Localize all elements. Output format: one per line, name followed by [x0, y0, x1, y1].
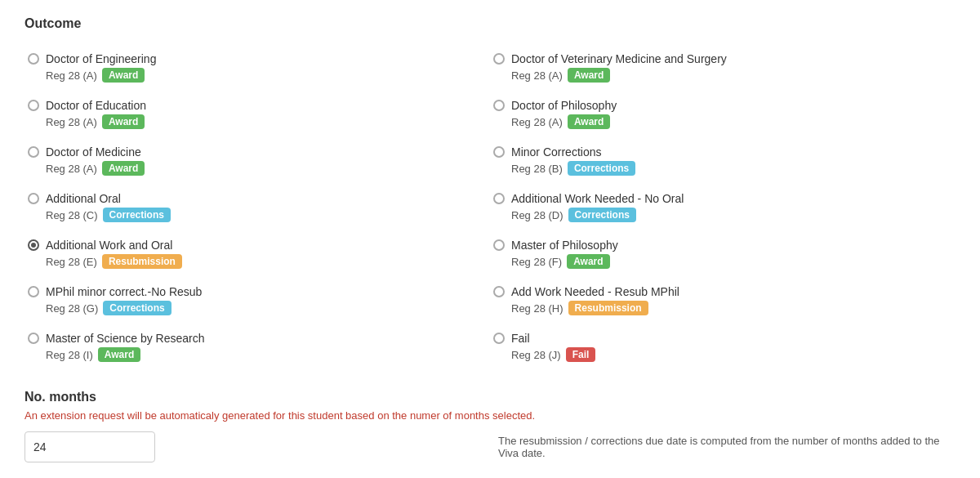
outcome-name-master-science: Master of Science by Research — [46, 332, 205, 345]
outcome-name-doctor-medicine: Doctor of Medicine — [46, 145, 141, 159]
outcome-name-add-work-resub-mphil: Add Work Needed - Resub MPhil — [511, 285, 679, 298]
reg-label-additional-oral: Reg 28 (C) — [46, 209, 98, 221]
radio-mphil-minor[interactable] — [28, 286, 39, 297]
reg-label-master-philosophy: Reg 28 (F) — [511, 256, 562, 268]
radio-additional-oral[interactable] — [28, 193, 39, 204]
badge-doctor-medicine: Award — [102, 161, 145, 176]
outcome-item-fail[interactable]: FailReg 28 (J)Fail — [490, 324, 956, 370]
outcome-name-doctor-veterinary: Doctor of Veterinary Medicine and Surger… — [511, 52, 727, 65]
badge-doctor-education: Award — [102, 114, 145, 129]
outcome-item-additional-oral[interactable]: Additional OralReg 28 (C)Corrections — [24, 184, 490, 230]
outcome-item-additional-work-no-oral[interactable]: Additional Work Needed - No OralReg 28 (… — [490, 184, 956, 230]
badge-doctor-philosophy: Award — [568, 114, 610, 129]
badge-master-philosophy: Award — [567, 254, 609, 269]
badge-fail: Fail — [566, 347, 596, 362]
reg-label-fail: Reg 28 (J) — [511, 349, 561, 361]
badge-add-work-resub-mphil: Resubmission — [568, 301, 648, 315]
radio-master-philosophy[interactable] — [493, 239, 505, 251]
reg-label-additional-work-no-oral: Reg 28 (D) — [511, 209, 564, 221]
reg-label-doctor-education: Reg 28 (A) — [46, 116, 97, 128]
reg-label-additional-work-oral: Reg 28 (E) — [46, 256, 97, 268]
radio-doctor-medicine[interactable] — [28, 146, 39, 158]
badge-doctor-engineering: Award — [102, 68, 145, 83]
outcome-item-master-science[interactable]: Master of Science by ResearchReg 28 (I)A… — [24, 324, 490, 370]
outcome-item-master-philosophy[interactable]: Master of PhilosophyReg 28 (F)Award — [490, 230, 956, 277]
outcome-name-doctor-philosophy: Doctor of Philosophy — [511, 99, 617, 112]
radio-additional-work-oral[interactable] — [28, 239, 39, 251]
outcome-name-doctor-engineering: Doctor of Engineering — [46, 52, 156, 65]
reg-label-doctor-engineering: Reg 28 (A) — [46, 69, 97, 82]
radio-master-science[interactable] — [28, 333, 39, 344]
reg-label-master-science: Reg 28 (I) — [46, 349, 93, 361]
outcome-name-doctor-education: Doctor of Education — [46, 99, 146, 112]
reg-label-doctor-medicine: Reg 28 (A) — [46, 163, 97, 175]
reg-label-mphil-minor: Reg 28 (G) — [46, 302, 98, 315]
radio-minor-corrections[interactable] — [493, 146, 505, 158]
outcome-name-additional-work-oral: Additional Work and Oral — [46, 239, 172, 252]
outcome-item-additional-work-oral[interactable]: Additional Work and OralReg 28 (E)Resubm… — [24, 230, 490, 277]
reg-label-add-work-resub-mphil: Reg 28 (H) — [511, 302, 564, 315]
outcome-item-doctor-philosophy[interactable]: Doctor of PhilosophyReg 28 (A)Award — [490, 91, 956, 137]
radio-doctor-education[interactable] — [28, 100, 39, 111]
outcome-name-fail: Fail — [511, 332, 530, 345]
reg-label-doctor-veterinary: Reg 28 (A) — [511, 69, 563, 82]
outcome-item-add-work-resub-mphil[interactable]: Add Work Needed - Resub MPhilReg 28 (H)R… — [490, 277, 956, 324]
radio-add-work-resub-mphil[interactable] — [493, 286, 505, 297]
outcome-item-doctor-medicine[interactable]: Doctor of MedicineReg 28 (A)Award — [24, 137, 490, 184]
badge-additional-work-oral: Resubmission — [102, 254, 182, 269]
badge-additional-work-no-oral: Corrections — [568, 208, 636, 222]
outcome-name-additional-oral: Additional Oral — [46, 192, 121, 205]
months-input[interactable] — [24, 431, 155, 462]
badge-minor-corrections: Corrections — [568, 161, 635, 176]
outcome-section: Outcome Doctor of EngineeringReg 28 (A)A… — [24, 16, 956, 370]
badge-master-science: Award — [98, 347, 140, 362]
badge-mphil-minor: Corrections — [103, 301, 171, 315]
radio-doctor-engineering[interactable] — [28, 53, 39, 65]
outcome-name-mphil-minor: MPhil minor correct.-No Resub — [46, 285, 202, 298]
outcome-item-doctor-engineering[interactable]: Doctor of EngineeringReg 28 (A)Award — [24, 44, 490, 91]
radio-doctor-philosophy[interactable] — [493, 100, 505, 111]
radio-doctor-veterinary[interactable] — [493, 53, 505, 65]
outcome-name-minor-corrections: Minor Corrections — [511, 145, 601, 159]
badge-doctor-veterinary: Award — [568, 68, 610, 83]
radio-fail[interactable] — [493, 333, 505, 344]
outcome-name-additional-work-no-oral: Additional Work Needed - No Oral — [511, 192, 684, 205]
outcome-item-doctor-veterinary[interactable]: Doctor of Veterinary Medicine and Surger… — [490, 44, 956, 91]
months-note: The resubmission / corrections due date … — [498, 435, 956, 459]
extension-notice: An extension request will be automatical… — [24, 409, 956, 422]
outcome-item-mphil-minor[interactable]: MPhil minor correct.-No ResubReg 28 (G)C… — [24, 277, 490, 324]
badge-additional-oral: Corrections — [103, 208, 171, 222]
months-row: The resubmission / corrections due date … — [24, 431, 956, 462]
no-months-title: No. months — [24, 390, 956, 404]
outcome-item-doctor-education[interactable]: Doctor of EducationReg 28 (A)Award — [24, 91, 490, 137]
reg-label-doctor-philosophy: Reg 28 (A) — [511, 116, 563, 128]
outcome-grid: Doctor of EngineeringReg 28 (A)AwardDoct… — [24, 44, 956, 370]
outcome-title: Outcome — [24, 16, 956, 31]
radio-additional-work-no-oral[interactable] — [493, 193, 505, 204]
reg-label-minor-corrections: Reg 28 (B) — [511, 163, 563, 175]
outcome-item-minor-corrections[interactable]: Minor CorrectionsReg 28 (B)Corrections — [490, 137, 956, 184]
outcome-name-master-philosophy: Master of Philosophy — [511, 239, 618, 252]
no-months-section: No. months An extension request will be … — [24, 390, 956, 462]
